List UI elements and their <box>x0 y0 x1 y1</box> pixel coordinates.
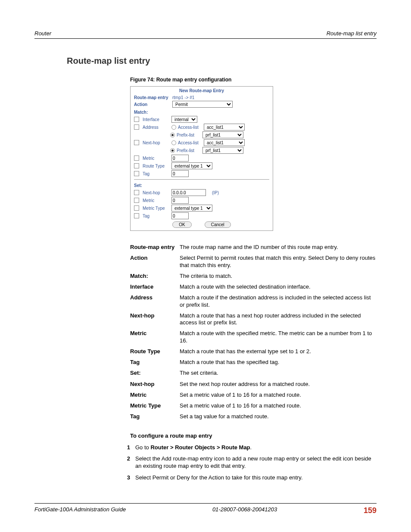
prefixlist-label: Prefix-list <box>177 133 202 137</box>
def-desc: Match a route that has the specified tag… <box>180 359 377 366</box>
address-accesslist-select[interactable]: acc_list1 <box>204 124 245 131</box>
def-term: Tag <box>130 359 180 366</box>
def-row: InterfaceMatch a route with the selected… <box>130 283 377 290</box>
entry-label: Route-map entry <box>134 95 171 100</box>
set-header: Set: <box>131 181 273 189</box>
step-number: 3 <box>116 474 135 482</box>
definition-list: Route-map entryThe route map name and th… <box>130 244 377 420</box>
def-row: Set:The set criteria. <box>130 370 377 376</box>
procedure-head: To configure a route map entry <box>130 432 377 439</box>
dialog-title: New Route-map Entry <box>131 87 273 95</box>
def-term: Match: <box>130 273 180 280</box>
section-title: Route-map list entry <box>67 56 377 66</box>
step-text: Select the Add route-map entry icon to a… <box>135 455 377 470</box>
ip-hint: (IP) <box>212 190 219 195</box>
tag-label: Tag <box>143 171 170 176</box>
def-term: Action <box>130 255 180 269</box>
step-row: 3Select Permit or Deny for the Action to… <box>116 474 377 482</box>
page-number: 159 <box>364 506 377 515</box>
def-term: Metric <box>130 330 180 344</box>
set-nexthop-checkbox[interactable] <box>134 190 139 195</box>
def-desc: The route map name and the ID number of … <box>180 244 377 251</box>
step-row: 1Go to Router > Router Objects > Route M… <box>116 444 377 451</box>
set-tag-checkbox[interactable] <box>134 213 139 218</box>
header-left: Router <box>34 30 51 37</box>
def-term: Metric Type <box>130 402 180 409</box>
def-row: MetricMatch a route with the specified m… <box>130 330 377 344</box>
metric-input[interactable] <box>171 155 189 162</box>
nexthop-accesslist-select[interactable]: acc_list1 <box>204 139 245 146</box>
def-row: ActionSelect Permit to permit routes tha… <box>130 255 377 269</box>
running-footer: FortiGate-100A Administration Guide 01-2… <box>34 503 377 515</box>
set-metric-input[interactable] <box>171 197 189 204</box>
def-desc: Set the next hop router address for a ma… <box>180 381 377 388</box>
footer-center: 01-28007-0068-20041203 <box>212 506 277 515</box>
nexthop-prefixlist-select[interactable]: prf_list1 <box>202 147 243 154</box>
def-row: Metric TypeSet a metric value of 1 to 16… <box>130 402 377 409</box>
address-prefixlist-select[interactable]: prf_list1 <box>202 131 243 138</box>
interface-checkbox[interactable] <box>134 117 139 122</box>
prefixlist-label-2: Prefix-list <box>177 148 202 153</box>
set-nexthop-input[interactable] <box>171 189 206 196</box>
route-map-dialog: New Route-map Entry Route-map entry rtmp… <box>130 86 273 231</box>
def-desc: Match a route if the destination address… <box>180 294 377 308</box>
def-row: TagMatch a route that has the specified … <box>130 359 377 366</box>
address-label: Address <box>143 125 170 130</box>
steps-list: 1Go to Router > Router Objects > Route M… <box>34 444 377 482</box>
set-nexthop-label: Next-hop <box>143 190 170 195</box>
routetype-checkbox[interactable] <box>134 163 139 168</box>
def-row: Next-hopMatch a route that has a next ho… <box>130 312 377 327</box>
tag-input[interactable] <box>171 170 189 177</box>
routetype-select[interactable]: external type 1 <box>171 162 212 169</box>
accesslist-label: Access-list <box>178 125 203 130</box>
def-term: Metric <box>130 392 180 398</box>
nexthop-checkbox[interactable] <box>134 140 139 145</box>
step-number: 1 <box>116 444 135 451</box>
def-desc: The set criteria. <box>180 370 377 376</box>
address-checkbox[interactable] <box>134 124 139 130</box>
set-metric-checkbox[interactable] <box>134 198 139 203</box>
tag-checkbox[interactable] <box>134 171 139 176</box>
def-row: AddressMatch a route if the destination … <box>130 294 377 308</box>
def-desc: Match a route with the specified metric.… <box>180 330 377 344</box>
def-desc: The criteria to match. <box>180 273 377 280</box>
set-metrictype-checkbox[interactable] <box>134 205 139 211</box>
def-desc: Match a route that has the external type… <box>180 348 377 355</box>
set-tag-label: Tag <box>143 214 170 218</box>
def-row: Route-map entryThe route map name and th… <box>130 244 377 251</box>
def-term: Interface <box>130 283 180 290</box>
def-desc: Match a route with the selected destinat… <box>180 283 377 290</box>
match-header: Match: <box>131 108 273 115</box>
divider <box>134 179 269 180</box>
address-accesslist-radio[interactable] <box>171 125 176 130</box>
step-row: 2Select the Add route-map entry icon to … <box>116 455 377 470</box>
accesslist-label-2: Access-list <box>178 140 203 145</box>
nexthop-prefixlist-radio[interactable] <box>170 148 175 153</box>
def-term: Tag <box>130 413 180 420</box>
step-text: Go to Router > Router Objects > Route Ma… <box>135 444 377 451</box>
set-metric-label: Metric <box>143 198 170 203</box>
def-row: Route TypeMatch a route that has the ext… <box>130 348 377 355</box>
ok-button[interactable]: OK <box>172 221 191 228</box>
action-select[interactable]: Permit <box>172 101 233 108</box>
entry-value: rtmp1 -> #1 <box>172 95 194 100</box>
nexthop-accesslist-radio[interactable] <box>171 140 176 145</box>
action-label: Action <box>134 102 171 107</box>
def-row: Match:The criteria to match. <box>130 273 377 280</box>
step-text: Select Permit or Deny for the Action to … <box>135 474 377 482</box>
def-desc: Select Permit to permit routes that matc… <box>180 255 377 269</box>
set-tag-input[interactable] <box>171 212 189 219</box>
def-term: Route-map entry <box>130 244 180 251</box>
routetype-label: Route Type <box>143 164 170 168</box>
interface-label: Interface <box>143 117 170 122</box>
def-term: Route Type <box>130 348 180 355</box>
address-prefixlist-radio[interactable] <box>170 133 175 137</box>
cancel-button[interactable]: Cancel <box>205 221 231 228</box>
def-term: Address <box>130 294 180 308</box>
interface-select[interactable]: internal <box>171 116 197 123</box>
set-metrictype-select[interactable]: external type 1 <box>171 205 212 212</box>
def-term: Next-hop <box>130 312 180 327</box>
def-desc: Set a tag value for a matched route. <box>180 413 377 420</box>
metric-checkbox[interactable] <box>134 156 139 161</box>
def-desc: Set a metric value of 1 to 16 for a matc… <box>180 392 377 398</box>
